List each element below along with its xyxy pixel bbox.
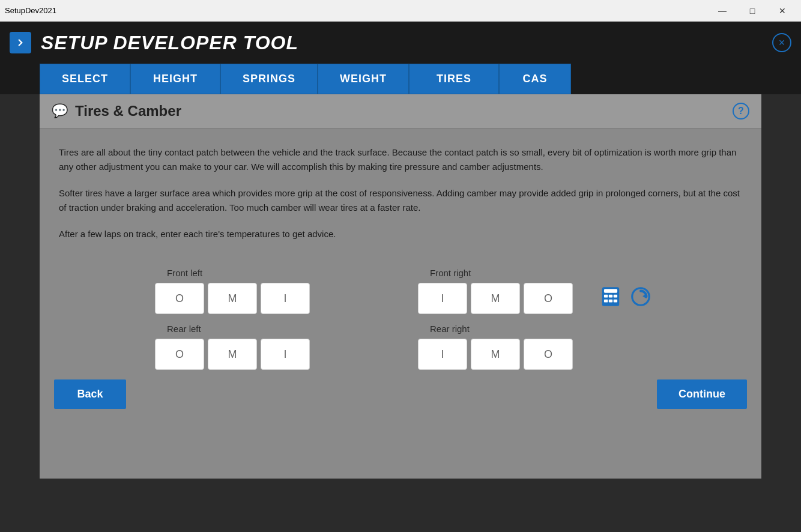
svg-marker-9: [642, 294, 646, 298]
svg-rect-5: [604, 300, 608, 303]
svg-rect-7: [614, 300, 617, 303]
tab-weight[interactable]: WEIGHT: [318, 64, 409, 94]
section-title: Tires & Camber: [75, 103, 181, 119]
front-left-m-input[interactable]: M: [208, 283, 257, 314]
window-controls: — □ ✕: [709, 2, 796, 20]
front-right-i-input[interactable]: I: [418, 283, 467, 314]
front-left-o-input[interactable]: O: [155, 283, 204, 314]
front-right-o-input[interactable]: O: [524, 283, 573, 314]
title-bar: SetupDev2021 — □ ✕: [0, 0, 801, 22]
front-right-inputs: I M O: [418, 283, 573, 314]
rear-left-m-input[interactable]: M: [208, 339, 257, 370]
tab-select[interactable]: SELECT: [40, 64, 130, 94]
bottom-buttons: Back Continue: [40, 370, 761, 421]
front-left-inputs: O M I: [155, 283, 310, 314]
refresh-icon[interactable]: [629, 285, 652, 313]
front-left-label: Front left: [167, 268, 202, 278]
section-header: 💬 Tires & Camber ?: [40, 94, 761, 128]
tab-springs[interactable]: SPRINGS: [220, 64, 318, 94]
svg-rect-6: [609, 300, 612, 303]
tab-tires[interactable]: TIRES: [409, 64, 499, 94]
rear-right-o-input[interactable]: O: [524, 339, 573, 370]
description-2: Softer tires have a larger surface area …: [59, 186, 742, 215]
rear-right-i-input[interactable]: I: [418, 339, 467, 370]
rear-left-inputs: O M I: [155, 339, 310, 370]
front-tire-row: Front left O M I Front right I M O: [155, 268, 742, 314]
header-close-button[interactable]: ×: [772, 33, 791, 52]
description-1: Tires are all about the tiny contact pat…: [59, 145, 742, 174]
window-close-button[interactable]: ✕: [769, 2, 796, 20]
rear-right-m-input[interactable]: M: [471, 339, 520, 370]
rear-right-inputs: I M O: [418, 339, 573, 370]
rear-tire-row: Rear left O M I Rear right I M O: [155, 324, 742, 370]
description-3: After a few laps on track, enter each ti…: [59, 227, 742, 241]
content-body: Tires are all about the tiny contact pat…: [40, 128, 761, 268]
tab-height[interactable]: HEIGHT: [130, 64, 220, 94]
nav-arrow-button[interactable]: [10, 32, 31, 53]
section-title-area: 💬 Tires & Camber: [52, 103, 181, 119]
window-title: SetupDev2021: [5, 6, 56, 15]
rear-right-group: Rear right I M O: [418, 324, 573, 370]
calculator-icon[interactable]: [599, 285, 622, 313]
rear-left-o-input[interactable]: O: [155, 339, 204, 370]
nav-tabs: SELECT HEIGHT SPRINGS WEIGHT TIRES CAS: [0, 64, 801, 94]
minimize-button[interactable]: —: [709, 2, 736, 20]
back-button[interactable]: Back: [54, 379, 126, 409]
front-left-i-input[interactable]: I: [261, 283, 310, 314]
svg-rect-2: [604, 295, 608, 298]
help-icon[interactable]: ?: [733, 103, 749, 119]
front-left-group: Front left O M I: [155, 268, 310, 314]
front-right-group: Front right I M O: [418, 268, 652, 314]
app-title: SETUP DEVELOPER TOOL: [41, 32, 298, 54]
front-right-label: Front right: [430, 268, 471, 278]
app-header: SETUP DEVELOPER TOOL ×: [0, 22, 801, 64]
rear-left-label: Rear left: [167, 324, 201, 334]
svg-rect-3: [609, 295, 612, 298]
maximize-button[interactable]: □: [739, 2, 766, 20]
tab-cas[interactable]: CAS: [499, 64, 571, 94]
comment-icon: 💬: [52, 103, 68, 119]
tires-section: Front left O M I Front right I M O: [40, 268, 761, 370]
rear-left-i-input[interactable]: I: [261, 339, 310, 370]
svg-rect-1: [604, 289, 617, 292]
rear-left-group: Rear left O M I: [155, 324, 310, 370]
continue-button[interactable]: Continue: [657, 379, 747, 409]
svg-rect-4: [614, 295, 617, 298]
main-content: 💬 Tires & Camber ? Tires are all about t…: [40, 94, 761, 479]
rear-right-label: Rear right: [430, 324, 470, 334]
front-right-m-input[interactable]: M: [471, 283, 520, 314]
